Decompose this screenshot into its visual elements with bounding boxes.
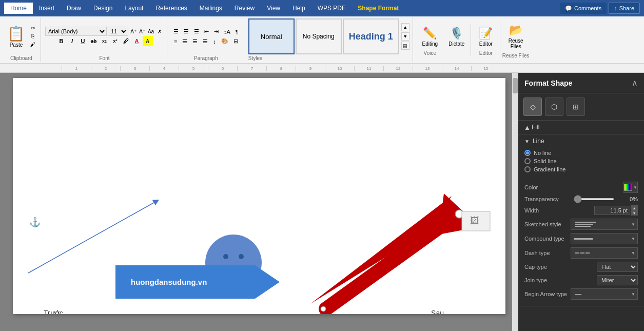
dash-seg-3 bbox=[586, 252, 590, 254]
shading-button[interactable]: 🎨 bbox=[219, 36, 230, 46]
width-input[interactable] bbox=[594, 206, 630, 215]
font-case-button[interactable]: Aa bbox=[147, 27, 155, 35]
style-no-spacing-label: No Spacing bbox=[302, 33, 336, 40]
style-normal-label: Normal bbox=[255, 33, 288, 41]
canvas-area[interactable]: 🖼 ⚓ Trước Sau huongdansudung.vn bbox=[0, 73, 518, 331]
width-up-button[interactable]: ▲ bbox=[631, 205, 638, 210]
italic-button[interactable]: I bbox=[67, 36, 77, 46]
show-all-button[interactable]: ¶ bbox=[233, 27, 241, 36]
styles-scroll-down[interactable]: ▼ bbox=[401, 32, 409, 41]
dash-type-dropdown[interactable]: ▼ bbox=[571, 247, 638, 259]
fill-section-header[interactable]: ▶ Fill bbox=[518, 121, 644, 134]
font-size-decrease-button[interactable]: A⁻ bbox=[138, 27, 146, 35]
website-arrow: huongdansudung.vn bbox=[115, 265, 280, 299]
indent-more-button[interactable]: ⇥ bbox=[212, 27, 221, 36]
style-heading-1[interactable]: Heading 1 bbox=[343, 18, 399, 54]
join-type-row: Join type Miter Round Bevel bbox=[524, 275, 638, 285]
editor-button[interactable]: 📝 Editor bbox=[473, 24, 499, 49]
style-normal[interactable]: Normal bbox=[248, 18, 295, 54]
tab-home[interactable]: Home bbox=[4, 3, 33, 14]
align-left-button[interactable]: ≡ bbox=[172, 37, 179, 46]
strikethrough-button[interactable]: ab bbox=[89, 36, 99, 46]
styles-scroll-up[interactable]: ▲ bbox=[401, 23, 409, 31]
bullets-button[interactable]: ☰ bbox=[171, 27, 181, 36]
transparency-value: 0% bbox=[619, 196, 638, 202]
sort-button[interactable]: ↕A bbox=[222, 27, 232, 36]
no-line-radio[interactable]: No line bbox=[524, 150, 638, 156]
font-color-button[interactable]: A bbox=[132, 36, 142, 46]
transparency-slider[interactable] bbox=[574, 198, 614, 200]
clear-format-button[interactable]: ✗ bbox=[155, 27, 164, 35]
dictate-button[interactable]: 🎙️ Dictate bbox=[444, 24, 470, 49]
color-picker-button[interactable]: ▼ bbox=[623, 182, 638, 193]
tab-wps-pdf[interactable]: WPS PDF bbox=[311, 3, 352, 14]
ruler-mark: 9 bbox=[296, 66, 325, 71]
begin-arrow-dropdown[interactable]: — ▼ bbox=[571, 288, 638, 300]
bold-button[interactable]: B bbox=[56, 36, 67, 46]
width-down-button[interactable]: ▼ bbox=[631, 210, 638, 216]
line-spacing-button[interactable]: ↕ bbox=[211, 37, 218, 46]
tab-help[interactable]: Help bbox=[286, 3, 311, 14]
ruler-mark: 11 bbox=[354, 66, 383, 71]
format-panel-close-button[interactable]: ∧ bbox=[632, 78, 638, 88]
reuse-label: Reuse Files bbox=[509, 38, 523, 49]
format-tab-image[interactable]: ⊞ bbox=[567, 98, 585, 116]
underline-button[interactable]: U bbox=[78, 36, 88, 46]
font-size-select[interactable]: 11 bbox=[108, 27, 128, 36]
font-family-select[interactable]: Arial (Body) bbox=[45, 27, 107, 36]
scrollbar-thumb[interactable] bbox=[513, 78, 518, 93]
tab-draw[interactable]: Draw bbox=[61, 3, 87, 14]
clipboard-label: Clipboard bbox=[10, 54, 32, 61]
line-toggle-icon: ▼ bbox=[524, 139, 530, 144]
align-center-button[interactable]: ☰ bbox=[180, 36, 189, 46]
line-section-header[interactable]: ▼ Line bbox=[518, 134, 644, 148]
highlight-button[interactable]: 🖊 bbox=[121, 36, 131, 46]
svg-point-3 bbox=[239, 254, 244, 259]
style-no-spacing[interactable]: No Spacing bbox=[296, 18, 342, 54]
tab-insert[interactable]: Insert bbox=[33, 3, 61, 14]
indent-less-button[interactable]: ⇤ bbox=[202, 27, 211, 36]
cap-type-select[interactable]: Flat Round Square bbox=[597, 262, 638, 272]
multilevel-button[interactable]: ☰ bbox=[192, 27, 201, 36]
tab-shape-format[interactable]: Shape Format bbox=[352, 3, 405, 14]
numbering-button[interactable]: ☰ bbox=[182, 27, 191, 36]
share-button[interactable]: ↑ Share bbox=[609, 3, 640, 14]
label-sau: Sau bbox=[431, 309, 444, 314]
solid-line-radio[interactable]: Solid line bbox=[524, 158, 638, 164]
gradient-line-radio[interactable]: Gradient line bbox=[524, 166, 638, 172]
sketched-dropdown[interactable]: ▼ bbox=[571, 219, 638, 230]
tab-review[interactable]: Review bbox=[228, 3, 261, 14]
cut-button[interactable]: ✂ bbox=[28, 24, 37, 32]
svg-text:🖼: 🖼 bbox=[470, 216, 479, 226]
vertical-scrollbar[interactable] bbox=[512, 73, 518, 331]
superscript-button[interactable]: x² bbox=[110, 36, 121, 46]
clipboard-content: 📋 Paste ✂ ⎘ 🖌 bbox=[5, 18, 37, 54]
styles-expand[interactable]: ▤ bbox=[401, 42, 409, 50]
tab-references[interactable]: References bbox=[149, 3, 193, 14]
join-type-select[interactable]: Miter Round Bevel bbox=[597, 275, 638, 285]
tab-mailings[interactable]: Mailings bbox=[193, 3, 228, 14]
tab-layout[interactable]: Layout bbox=[119, 3, 149, 14]
ruler-mark: 5 bbox=[179, 66, 208, 71]
format-tab-layout[interactable]: ⬡ bbox=[545, 98, 563, 116]
reuse-files-button[interactable]: 📂 Reuse Files bbox=[503, 21, 529, 52]
tab-design[interactable]: Design bbox=[87, 3, 119, 14]
editing-button[interactable]: ✏️ Editing bbox=[417, 24, 443, 49]
tab-view[interactable]: View bbox=[261, 3, 286, 14]
ribbon-tab-bar: Home Insert Draw Design Layout Reference… bbox=[0, 0, 644, 16]
subscript-button[interactable]: x₂ bbox=[100, 36, 110, 46]
justify-button[interactable]: ☰ bbox=[201, 36, 210, 46]
format-painter-button[interactable]: 🖌 bbox=[28, 41, 37, 48]
format-tab-shape[interactable]: ◇ bbox=[523, 98, 542, 116]
font-size-increase-button[interactable]: A⁺ bbox=[129, 27, 138, 35]
font-highlight-button[interactable]: A bbox=[143, 36, 153, 46]
comments-button[interactable]: 💬 Comments bbox=[560, 3, 607, 14]
paste-button[interactable]: 📋 Paste bbox=[5, 24, 27, 49]
copy-button[interactable]: ⎘ bbox=[28, 32, 37, 40]
styles-label: Styles bbox=[248, 54, 409, 61]
align-right-button[interactable]: ☰ bbox=[190, 36, 200, 46]
fill-section: ▶ Fill bbox=[518, 121, 644, 134]
paragraph-group: ☰ ☰ ☰ ⇤ ⇥ ↕A ¶ ≡ ☰ ☰ ☰ ↕ 🎨 ⊟ Paragraph bbox=[168, 17, 244, 62]
compound-type-dropdown[interactable]: ▼ bbox=[571, 233, 638, 244]
border-button[interactable]: ⊟ bbox=[231, 36, 240, 46]
